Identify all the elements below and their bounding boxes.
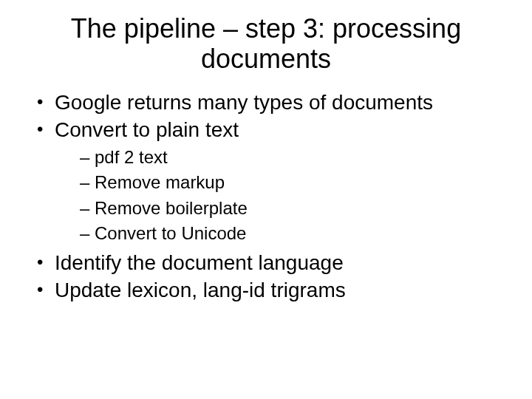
bullet-text: Remove boilerplate — [95, 198, 248, 218]
list-item: Remove markup — [80, 171, 510, 194]
bullet-text: pdf 2 text — [95, 147, 168, 167]
bullet-text: Convert to Unicode — [95, 223, 246, 243]
list-item: Convert to plain text pdf 2 text Remove … — [37, 117, 510, 246]
bullet-text: Convert to plain text — [55, 118, 239, 141]
bullet-list: Google returns many types of documents C… — [22, 89, 510, 304]
list-item: Identify the document language — [37, 250, 510, 276]
sub-list: pdf 2 text Remove markup Remove boilerpl… — [55, 146, 510, 246]
list-item: Convert to Unicode — [80, 222, 510, 245]
list-item: Google returns many types of documents — [37, 89, 510, 115]
slide: The pipeline – step 3: processing docume… — [0, 0, 532, 399]
list-item: Update lexicon, lang-id trigrams — [37, 277, 510, 303]
slide-title: The pipeline – step 3: processing docume… — [44, 13, 488, 75]
list-item: Remove boilerplate — [80, 197, 510, 220]
bullet-text: Update lexicon, lang-id trigrams — [55, 279, 346, 301]
list-item: pdf 2 text — [80, 146, 510, 169]
bullet-text: Identify the document language — [55, 251, 344, 274]
bullet-text: Remove markup — [95, 172, 225, 192]
bullet-text: Google returns many types of documents — [55, 91, 433, 114]
